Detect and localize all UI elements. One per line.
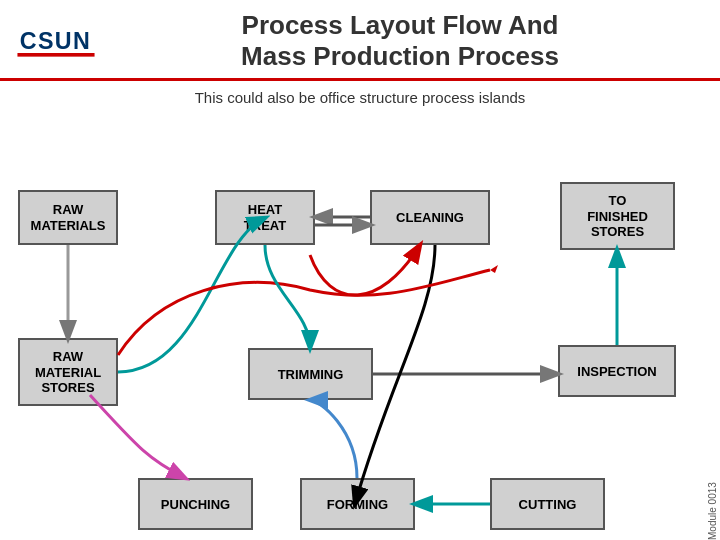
trimming-box: TRIMMING bbox=[248, 348, 373, 400]
heat-treat-box: HEATTREAT bbox=[215, 190, 315, 245]
csun-logo: CSUN bbox=[16, 19, 96, 63]
flow-arrows bbox=[0, 110, 720, 540]
cleaning-box: CLEANING bbox=[370, 190, 490, 245]
main-title: Process Layout Flow And Mass Production … bbox=[96, 10, 704, 72]
module-label: Module 0013 bbox=[707, 140, 718, 540]
header: CSUN Process Layout Flow And Mass Produc… bbox=[0, 0, 720, 81]
subtitle: This could also be office structure proc… bbox=[0, 89, 720, 106]
diagram: RAWMATERIALS HEATTREAT CLEANING TOFINISH… bbox=[0, 110, 720, 540]
raw-material-stores-box: RAWMATERIALSTORES bbox=[18, 338, 118, 406]
svg-rect-2 bbox=[17, 53, 94, 57]
to-finished-stores-box: TOFINISHEDSTORES bbox=[560, 182, 675, 250]
cutting-box: CUTTING bbox=[490, 478, 605, 530]
inspection-box: INSPECTION bbox=[558, 345, 676, 397]
raw-materials-box: RAWMATERIALS bbox=[18, 190, 118, 245]
punching-box: PUNCHING bbox=[138, 478, 253, 530]
forming-box: FORMING bbox=[300, 478, 415, 530]
svg-text:CSUN: CSUN bbox=[20, 28, 92, 54]
title-block: Process Layout Flow And Mass Production … bbox=[96, 10, 704, 72]
